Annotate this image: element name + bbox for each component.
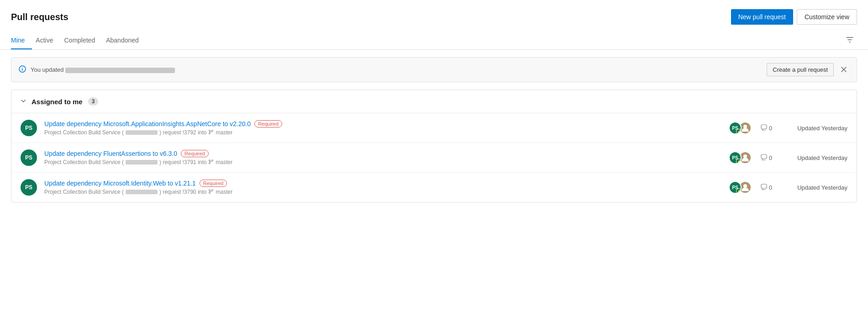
check-icon: ✓: [736, 188, 742, 194]
tabs-bar: Mine Active Completed Abandoned: [0, 32, 868, 50]
pr-meta: Project Collection Build Service ( ) req…: [44, 159, 721, 165]
reviewer-avatar-ps: PS ✓: [729, 122, 742, 134]
table-row: PS Update dependency Microsoft.Identity.…: [11, 173, 857, 202]
close-notification-button[interactable]: [838, 65, 849, 75]
reviewer-avatar-ps: PS ✓: [729, 181, 742, 194]
notification-bar: You updated Create a pull request: [11, 57, 857, 82]
filter-icon[interactable]: [842, 32, 857, 49]
reviewers: PS ✓: [729, 181, 752, 194]
pr-title-link[interactable]: Update dependency Microsoft.ApplicationI…: [44, 120, 251, 128]
create-pull-request-button[interactable]: Create a pull request: [767, 63, 834, 76]
page-title: Pull requests: [11, 12, 68, 22]
table-row: PS Update dependency FluentAssertions to…: [11, 143, 857, 173]
svg-rect-17: [761, 184, 767, 188]
pr-title-row: Update dependency FluentAssertions to v6…: [44, 150, 721, 157]
avatar: PS: [21, 179, 37, 196]
svg-point-13: [209, 190, 210, 191]
header-actions: New pull request Customize view: [731, 9, 857, 25]
chevron-down-icon: [21, 98, 26, 105]
updated-text: Updated Yesterday: [788, 154, 847, 161]
updated-text: Updated Yesterday: [788, 184, 847, 191]
pr-right: PS ✓ 0 Updated Yest: [729, 122, 847, 134]
pr-content: Update dependency FluentAssertions to v6…: [44, 150, 721, 165]
svg-rect-12: [761, 154, 767, 159]
blurred-branch-info: [65, 68, 175, 73]
svg-rect-1: [22, 69, 23, 71]
reviewers: PS ✓: [729, 151, 752, 164]
tab-mine[interactable]: Mine: [11, 32, 32, 49]
table-row: PS Update dependency Microsoft.Applicati…: [11, 113, 857, 143]
reviewers: PS ✓: [729, 122, 752, 134]
tab-completed[interactable]: Completed: [64, 32, 102, 49]
reviewer-avatar-ps: PS ✓: [729, 151, 742, 164]
pr-content: Update dependency Microsoft.Identity.Web…: [44, 180, 721, 195]
updated-text: Updated Yesterday: [788, 125, 847, 132]
required-badge: Required: [200, 180, 227, 187]
notification-right: Create a pull request: [767, 63, 849, 76]
required-badge: Required: [181, 150, 209, 157]
blurred-org: [126, 130, 158, 135]
branch-icon: [208, 129, 214, 136]
customize-view-button[interactable]: Customize view: [797, 9, 857, 25]
check-icon: ✓: [736, 129, 742, 134]
svg-point-5: [212, 130, 213, 132]
pr-right: PS ✓ 0 Updated Yest: [729, 151, 847, 164]
info-icon: [19, 65, 26, 74]
avatar: PS: [21, 120, 37, 136]
comment-count: 0: [761, 184, 779, 191]
svg-rect-2: [22, 67, 23, 68]
avatar: PS: [21, 149, 37, 166]
tab-abandoned[interactable]: Abandoned: [106, 32, 146, 49]
comment-icon: [761, 184, 767, 191]
section-count-badge: 3: [88, 97, 99, 106]
pr-right: PS ✓ 0 Updated Yest: [729, 181, 847, 194]
comment-count: 0: [761, 154, 779, 162]
branch-icon: [208, 189, 214, 195]
notification-left: You updated: [19, 65, 175, 74]
pr-title-row: Update dependency Microsoft.ApplicationI…: [44, 120, 721, 128]
pr-list: PS Update dependency Microsoft.Applicati…: [11, 113, 857, 202]
pr-title-link[interactable]: Update dependency FluentAssertions to v6…: [44, 150, 177, 157]
comment-count: 0: [761, 124, 779, 132]
svg-point-8: [209, 160, 210, 161]
comment-icon: [761, 124, 767, 132]
svg-point-11: [743, 154, 747, 158]
comment-icon: [761, 154, 767, 162]
svg-point-10: [212, 160, 213, 161]
svg-rect-7: [761, 125, 767, 129]
pr-content: Update dependency Microsoft.ApplicationI…: [44, 120, 721, 136]
tabs: Mine Active Completed Abandoned: [11, 32, 150, 49]
new-pull-request-button[interactable]: New pull request: [731, 9, 793, 25]
section-title: Assigned to me: [32, 98, 83, 106]
check-icon: ✓: [736, 159, 742, 164]
page-header: Pull requests New pull request Customize…: [0, 0, 868, 32]
notification-text: You updated: [31, 66, 175, 73]
section-container: Assigned to me 3 PS Update dependency Mi…: [11, 90, 857, 202]
svg-point-16: [743, 184, 747, 188]
pr-title-link[interactable]: Update dependency Microsoft.Identity.Web…: [44, 180, 196, 187]
tab-active[interactable]: Active: [36, 32, 60, 49]
svg-point-9: [209, 163, 210, 164]
svg-point-14: [209, 192, 210, 194]
svg-point-3: [209, 130, 210, 132]
page-container: Pull requests New pull request Customize…: [0, 0, 868, 319]
pr-meta: Project Collection Build Service ( ) req…: [44, 129, 721, 136]
branch-icon: [208, 159, 214, 165]
svg-point-4: [209, 133, 210, 134]
pr-meta: Project Collection Build Service ( ) req…: [44, 189, 721, 195]
svg-point-15: [212, 190, 213, 191]
blurred-org: [126, 190, 158, 194]
svg-point-6: [743, 125, 747, 128]
blurred-org: [126, 160, 158, 165]
required-badge: Required: [254, 120, 282, 128]
pr-title-row: Update dependency Microsoft.Identity.Web…: [44, 180, 721, 187]
section-header[interactable]: Assigned to me 3: [11, 90, 857, 113]
